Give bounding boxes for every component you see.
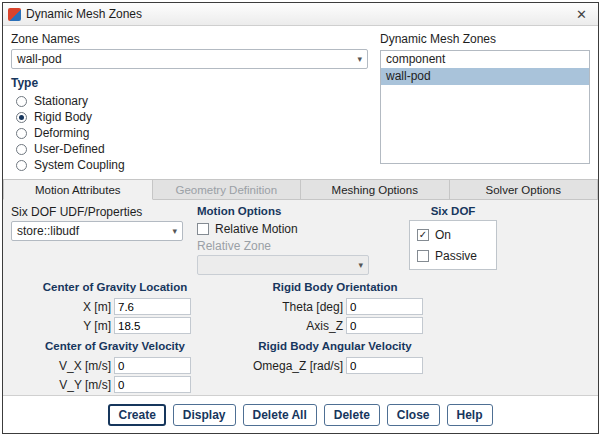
- tab-geometry-definition[interactable]: Geometry Definition: [153, 179, 302, 200]
- radio-label: Deforming: [34, 126, 89, 140]
- create-button[interactable]: Create: [108, 404, 165, 426]
- six-dof-on-checkbox[interactable]: ✓ On: [417, 226, 489, 243]
- relative-zone-select[interactable]: ▾: [197, 255, 369, 275]
- cg-location-title: Center of Gravity Location: [39, 280, 191, 296]
- theta-input[interactable]: [346, 298, 423, 315]
- radio-stationary[interactable]: Stationary: [11, 93, 368, 109]
- zones-list-label: Dynamic Mesh Zones: [380, 31, 590, 49]
- chevron-down-icon: ▾: [357, 54, 362, 64]
- relative-motion-label: Relative Motion: [215, 222, 298, 236]
- radio-label: User-Defined: [34, 142, 105, 156]
- app-icon: [8, 8, 21, 21]
- radio-system-coupling[interactable]: System Coupling: [11, 157, 368, 173]
- tab-motion-attributes[interactable]: Motion Attributes: [3, 179, 153, 200]
- vy-input[interactable]: [114, 376, 191, 393]
- checkbox-unchecked-icon: [417, 250, 429, 262]
- radio-label: Rigid Body: [34, 110, 92, 124]
- footer-button-bar: Create Display Delete All Delete Close H…: [3, 396, 598, 433]
- rigid-body-orientation-group: Rigid Body Orientation Theta [deg] Axis_…: [247, 280, 423, 334]
- type-radio-group: Stationary Rigid Body Deforming User-Def…: [11, 93, 368, 173]
- radio-selected-icon: [16, 112, 27, 123]
- six-dof-udf-label: Six DOF UDF/Properties: [11, 204, 191, 221]
- checkbox-checked-icon: ✓: [417, 229, 429, 241]
- zone-names-label: Zone Names: [11, 31, 368, 49]
- six-dof-udf-group: Six DOF UDF/Properties store::libudf ▾: [11, 204, 191, 275]
- x-label: X [m]: [83, 300, 111, 314]
- relative-motion-checkbox[interactable]: Relative Motion: [197, 220, 383, 237]
- six-dof-box: ✓ On Passive: [409, 220, 497, 270]
- vx-label: V_X [m/s]: [59, 359, 111, 373]
- type-label: Type: [11, 76, 368, 90]
- tab-bar: Motion Attributes Geometry Definition Me…: [3, 179, 598, 200]
- axis-z-label: Axis_Z: [306, 319, 343, 333]
- motion-options-title: Motion Options: [197, 204, 383, 220]
- top-section: Zone Names wall-pod ▾ Type Stationary Ri…: [3, 26, 598, 173]
- y-label: Y [m]: [83, 319, 111, 333]
- omega-z-label: Omega_Z [rad/s]: [253, 359, 343, 373]
- motion-attributes-panel: Six DOF UDF/Properties store::libudf ▾ M…: [3, 200, 598, 396]
- help-button[interactable]: Help: [447, 404, 493, 426]
- relative-zone-label: Relative Zone: [197, 237, 383, 255]
- six-dof-udf-select[interactable]: store::libudf ▾: [11, 221, 183, 241]
- theta-label: Theta [deg]: [282, 300, 343, 314]
- radio-user-defined[interactable]: User-Defined: [11, 141, 368, 157]
- delete-button[interactable]: Delete: [324, 404, 380, 426]
- chevron-down-icon: ▾: [172, 226, 177, 236]
- dynamic-mesh-zones-list[interactable]: component wall-pod: [380, 50, 590, 164]
- titlebar[interactable]: Dynamic Mesh Zones ✕: [3, 3, 598, 26]
- delete-all-button[interactable]: Delete All: [243, 404, 317, 426]
- list-item[interactable]: component: [381, 51, 589, 68]
- tab-solver-options[interactable]: Solver Options: [450, 179, 599, 200]
- display-button[interactable]: Display: [173, 404, 236, 426]
- rigid-body-angular-velocity-group: Rigid Body Angular Velocity Omega_Z [rad…: [247, 339, 423, 393]
- rigid-body-orientation-title: Rigid Body Orientation: [247, 280, 423, 296]
- six-dof-on-label: On: [435, 228, 451, 242]
- six-dof-passive-label: Passive: [435, 249, 477, 263]
- tab-meshing-options[interactable]: Meshing Options: [301, 179, 450, 200]
- y-input[interactable]: [114, 317, 191, 334]
- radio-icon: [16, 160, 27, 171]
- cg-velocity-group: Center of Gravity Velocity V_X [m/s] V_Y…: [39, 339, 191, 393]
- six-dof-udf-value: store::libudf: [17, 224, 79, 238]
- chevron-down-icon: ▾: [358, 260, 363, 270]
- cg-location-group: Center of Gravity Location X [m] Y [m]: [39, 280, 191, 334]
- radio-icon: [16, 144, 27, 155]
- vx-input[interactable]: [114, 357, 191, 374]
- six-dof-passive-checkbox[interactable]: Passive: [417, 247, 489, 264]
- cg-velocity-title: Center of Gravity Velocity: [39, 339, 191, 355]
- rigid-body-angular-velocity-title: Rigid Body Angular Velocity: [247, 339, 423, 355]
- zone-names-column: Zone Names wall-pod ▾ Type Stationary Ri…: [11, 31, 368, 173]
- axis-z-input[interactable]: [346, 317, 423, 334]
- list-item-selected[interactable]: wall-pod: [381, 68, 589, 85]
- radio-rigid-body[interactable]: Rigid Body: [11, 109, 368, 125]
- motion-options-group: Motion Options Relative Motion Relative …: [197, 204, 383, 275]
- x-input[interactable]: [114, 298, 191, 315]
- radio-label: System Coupling: [34, 158, 125, 172]
- six-dof-group: Six DOF ✓ On Passive: [409, 204, 497, 275]
- zone-names-select[interactable]: wall-pod ▾: [11, 49, 368, 69]
- radio-icon: [16, 128, 27, 139]
- close-icon[interactable]: ✕: [570, 7, 593, 22]
- radio-deforming[interactable]: Deforming: [11, 125, 368, 141]
- zone-names-value: wall-pod: [17, 52, 62, 66]
- dynamic-mesh-zones-dialog: Dynamic Mesh Zones ✕ Zone Names wall-pod…: [2, 2, 599, 434]
- window-title: Dynamic Mesh Zones: [26, 7, 142, 21]
- omega-z-input[interactable]: [346, 357, 423, 374]
- zones-list-column: Dynamic Mesh Zones component wall-pod: [380, 31, 590, 173]
- close-button[interactable]: Close: [387, 404, 440, 426]
- checkbox-unchecked-icon: [197, 223, 209, 235]
- radio-icon: [16, 96, 27, 107]
- radio-label: Stationary: [34, 94, 88, 108]
- vy-label: V_Y [m/s]: [59, 378, 111, 392]
- six-dof-title: Six DOF: [409, 204, 497, 220]
